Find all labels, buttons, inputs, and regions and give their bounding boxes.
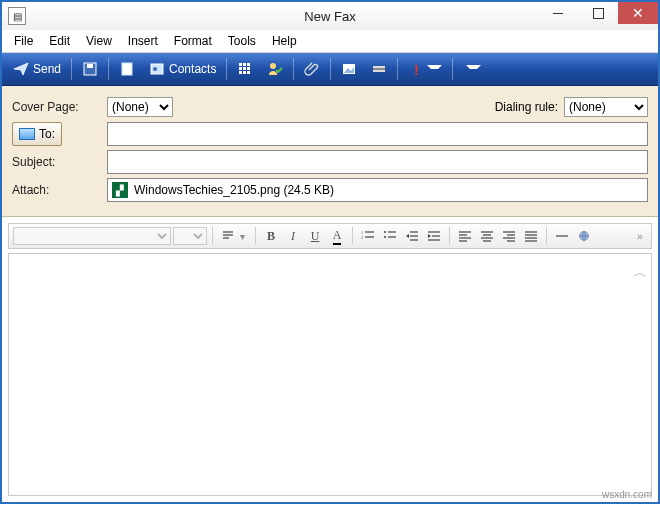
scan-button[interactable] xyxy=(365,57,393,81)
maximize-button[interactable] xyxy=(578,2,618,24)
attach-field[interactable]: ▞ WindowsTechies_2105.png (24.5 KB) xyxy=(107,178,648,202)
svg-point-4 xyxy=(153,67,157,71)
toolbar-overflow[interactable] xyxy=(457,57,487,81)
font-color-button[interactable]: A xyxy=(327,226,347,246)
to-button-label: To: xyxy=(39,127,55,141)
to-field[interactable] xyxy=(107,122,648,146)
attach-button[interactable] xyxy=(298,57,326,81)
editor-area: ▾ B I U A 12 » ︿ xyxy=(2,217,658,502)
save-button[interactable] xyxy=(76,57,104,81)
italic-button[interactable]: I xyxy=(283,226,303,246)
check-names-button[interactable] xyxy=(261,57,289,81)
svg-rect-12 xyxy=(243,71,246,74)
contacts-button[interactable]: Contacts xyxy=(143,57,222,81)
svg-rect-11 xyxy=(239,71,242,74)
menu-help[interactable]: Help xyxy=(264,32,305,50)
indent-button[interactable] xyxy=(424,226,444,246)
paragraph-style-button[interactable] xyxy=(218,226,238,246)
svg-rect-9 xyxy=(243,67,246,70)
window-frame: ▤ New Fax ✕ File Edit View Insert Format… xyxy=(0,0,660,504)
svg-marker-33 xyxy=(406,234,409,238)
header-fields: Cover Page: (None) Dialing rule: (None) … xyxy=(2,86,658,217)
subject-field[interactable] xyxy=(107,150,648,174)
dialing-rule-select[interactable]: (None) xyxy=(564,97,648,117)
svg-rect-10 xyxy=(247,67,250,70)
menu-insert[interactable]: Insert xyxy=(120,32,166,50)
menu-bar: File Edit View Insert Format Tools Help xyxy=(2,30,658,53)
svg-text:2: 2 xyxy=(361,235,363,240)
cover-page-select[interactable]: (None) xyxy=(107,97,173,117)
svg-rect-18 xyxy=(373,68,385,70)
svg-rect-8 xyxy=(239,67,242,70)
menu-file[interactable]: File xyxy=(6,32,41,50)
menu-tools[interactable]: Tools xyxy=(220,32,264,50)
align-right-button[interactable] xyxy=(499,226,519,246)
chevron-down-icon[interactable]: ▾ xyxy=(240,231,250,242)
grid-icon xyxy=(237,61,253,77)
close-button[interactable]: ✕ xyxy=(618,2,658,24)
contacts-label: Contacts xyxy=(169,62,216,76)
svg-point-28 xyxy=(384,236,386,238)
menu-format[interactable]: Format xyxy=(166,32,220,50)
scan-icon xyxy=(371,61,387,77)
svg-point-14 xyxy=(270,63,276,69)
svg-rect-1 xyxy=(87,64,93,68)
grid-button[interactable] xyxy=(231,57,259,81)
svg-rect-5 xyxy=(239,63,242,66)
svg-rect-13 xyxy=(247,71,250,74)
svg-rect-7 xyxy=(247,63,250,66)
svg-rect-2 xyxy=(122,63,132,75)
picture-button[interactable] xyxy=(335,57,363,81)
footer-watermark: wsxdn.com xyxy=(602,489,652,500)
scroll-up-icon[interactable]: ︿ xyxy=(633,264,647,282)
menu-edit[interactable]: Edit xyxy=(41,32,78,50)
message-body[interactable]: ︿ xyxy=(8,253,652,496)
person-check-icon xyxy=(267,61,283,77)
svg-rect-6 xyxy=(243,63,246,66)
outdent-button[interactable] xyxy=(402,226,422,246)
menu-view[interactable]: View xyxy=(78,32,120,50)
align-center-button[interactable] xyxy=(477,226,497,246)
svg-point-26 xyxy=(384,231,386,233)
align-justify-button[interactable] xyxy=(521,226,541,246)
send-label: Send xyxy=(33,62,61,76)
minimize-button[interactable] xyxy=(538,2,578,24)
send-button[interactable]: Send xyxy=(7,57,67,81)
picture-icon xyxy=(341,61,357,77)
save-icon xyxy=(82,61,98,77)
toolbar-overflow-icon[interactable]: » xyxy=(637,231,647,242)
address-card-icon xyxy=(19,128,35,140)
numbered-list-button[interactable]: 12 xyxy=(358,226,378,246)
insert-line-button[interactable] xyxy=(552,226,572,246)
attach-label: Attach: xyxy=(12,183,107,197)
main-toolbar: Send Contacts xyxy=(2,53,658,86)
paperclip-icon xyxy=(304,61,320,77)
insert-link-button[interactable] xyxy=(574,226,594,246)
subject-label: Subject: xyxy=(12,155,107,169)
attachment-filename: WindowsTechies_2105.png (24.5 KB) xyxy=(134,183,334,197)
align-left-button[interactable] xyxy=(455,226,475,246)
to-button[interactable]: To: xyxy=(12,122,62,146)
cover-page-label: Cover Page: xyxy=(12,100,107,114)
send-icon xyxy=(13,61,29,77)
attachment-file-icon: ▞ xyxy=(112,182,128,198)
contacts-icon xyxy=(149,61,165,77)
format-toolbar: ▾ B I U A 12 » xyxy=(8,223,652,249)
underline-button[interactable]: U xyxy=(305,226,325,246)
bullet-list-button[interactable] xyxy=(380,226,400,246)
font-size-select[interactable] xyxy=(173,227,207,245)
svg-marker-37 xyxy=(428,234,431,238)
cover-page-button[interactable] xyxy=(113,57,141,81)
bold-button[interactable]: B xyxy=(261,226,281,246)
font-family-select[interactable] xyxy=(13,227,171,245)
priority-icon: ! xyxy=(408,61,424,77)
priority-button[interactable]: ! xyxy=(402,57,448,81)
title-bar[interactable]: ▤ New Fax ✕ xyxy=(2,2,658,30)
page-icon xyxy=(119,61,135,77)
dialing-rule-label: Dialing rule: xyxy=(495,100,558,114)
